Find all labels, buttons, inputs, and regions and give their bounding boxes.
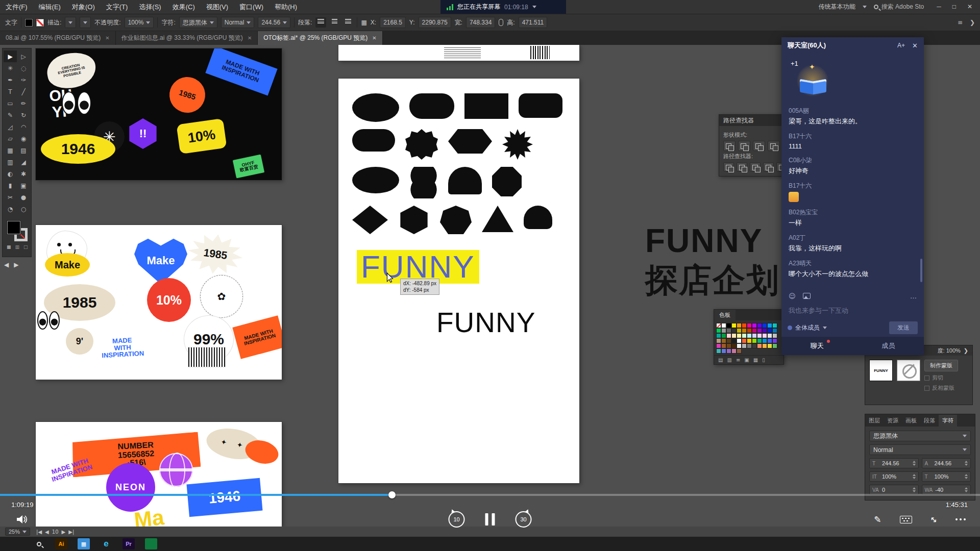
black-shape[interactable]	[398, 206, 430, 234]
swatch-libraries-icon[interactable]: ▤	[718, 357, 723, 363]
stepper[interactable]	[913, 487, 916, 492]
unite-button[interactable]	[723, 141, 736, 151]
taskbar-explorer-icon[interactable]: ▦	[78, 538, 90, 549]
lasso-tool[interactable]: ◌	[17, 62, 30, 74]
black-shape[interactable]	[405, 129, 438, 160]
minus-front-button[interactable]	[738, 141, 750, 151]
selection-tool[interactable]: ▶	[4, 51, 17, 62]
menu-item[interactable]: 效果(C)	[167, 0, 201, 14]
color-swatch[interactable]	[732, 334, 736, 338]
document-tab[interactable]: 作业贴图信息.ai @ 33.33% (RGB/GPU 预览) ✕	[116, 31, 258, 45]
sticker[interactable]: Make	[45, 253, 90, 277]
color-swatch[interactable]	[727, 339, 731, 343]
color-swatch[interactable]	[737, 339, 741, 343]
delete-swatch-icon[interactable]: ▯	[762, 357, 765, 363]
rectangle-tool[interactable]: ▭	[4, 97, 17, 109]
chevron-down-icon[interactable]	[532, 6, 536, 8]
color-swatch[interactable]	[722, 344, 726, 348]
color-swatch[interactable]	[747, 334, 751, 338]
stepper[interactable]	[965, 487, 968, 492]
trim-button[interactable]	[737, 162, 747, 171]
color-swatch[interactable]	[742, 344, 746, 348]
paintbrush-tool[interactable]: ✏	[17, 97, 30, 109]
panel-tab[interactable]: 段落	[920, 415, 939, 427]
color-swatch[interactable]	[757, 344, 762, 348]
artboard-sliver[interactable]	[338, 45, 579, 61]
taskbar-browser-icon[interactable]: e	[100, 538, 112, 549]
black-shape[interactable]	[440, 206, 472, 234]
menu-item[interactable]: 对象(O)	[66, 0, 101, 14]
swatches-tab[interactable]: 色板	[714, 310, 736, 320]
zoom-level-select[interactable]: 25%	[5, 528, 30, 536]
black-shape[interactable]	[448, 129, 492, 154]
color-swatch[interactable]	[717, 349, 721, 353]
hand-tool[interactable]: ●	[17, 191, 30, 203]
sticker[interactable]	[188, 347, 226, 367]
panel-tab[interactable]: 字符	[939, 415, 957, 427]
color-swatch[interactable]	[763, 323, 767, 328]
shape-builder-tool[interactable]: ◉	[17, 133, 30, 144]
stock-search[interactable]: 搜索 Adobe Sto	[874, 3, 924, 11]
color-swatch[interactable]	[717, 334, 721, 338]
color-swatch[interactable]	[732, 349, 736, 353]
color-swatch[interactable]	[768, 334, 772, 338]
sticker[interactable]	[200, 275, 243, 318]
color-swatch[interactable]	[722, 323, 726, 328]
x-input[interactable]: 2168.5	[380, 17, 406, 28]
perspective-grid-tool[interactable]: ▦	[4, 144, 17, 156]
panel-tab[interactable]: 图层	[865, 415, 884, 427]
chat-tab[interactable]: 成员	[878, 340, 898, 352]
artboard-stickers-light[interactable]: MakeMake1985198510%99%9'MADE WITH INSPIR…	[36, 225, 282, 380]
sticker[interactable]: 1946	[41, 134, 115, 164]
text-funny-static[interactable]: FUNNY	[436, 306, 535, 339]
sticker[interactable]: 10%	[147, 278, 191, 322]
crop-button[interactable]	[763, 162, 774, 171]
emoji-icon[interactable]: ☺	[789, 292, 796, 300]
color-swatch[interactable]	[773, 323, 777, 328]
tab-close-icon[interactable]: ✕	[372, 35, 376, 41]
black-shape[interactable]	[352, 206, 388, 234]
color-swatch[interactable]	[732, 339, 736, 343]
progress-handle[interactable]	[388, 491, 396, 498]
sticker[interactable]: MADE WITH INSPIRATION	[39, 454, 103, 486]
scale-tool[interactable]: ◿	[4, 121, 17, 133]
invert-mask-checkbox[interactable]: 反相蒙版	[924, 384, 958, 392]
canvas-heading-text[interactable]: FUNNY 探店企划	[645, 221, 780, 300]
menu-item[interactable]: 选择(S)	[133, 0, 166, 14]
color-swatch[interactable]	[763, 344, 767, 348]
menu-item[interactable]: 帮助(H)	[269, 0, 303, 14]
pen-tool[interactable]: ✒	[4, 74, 17, 86]
column-graph-tool[interactable]: ▮	[4, 180, 17, 191]
screen-share-bar[interactable]: 您正在共享屏幕 01:09:18	[440, 0, 566, 14]
panel-tab[interactable]: 资源	[884, 415, 902, 427]
link-dimensions-icon[interactable]	[499, 19, 503, 26]
magic-wand-tool[interactable]: ✳	[4, 62, 17, 74]
black-shape[interactable]	[448, 167, 482, 194]
color-swatch[interactable]	[763, 339, 767, 343]
width-input[interactable]: 748.334	[466, 17, 495, 28]
character-attribute-field[interactable]: A 244.56	[922, 458, 971, 468]
character-attribute-field[interactable]: T 244.56	[869, 458, 919, 468]
color-swatch[interactable]	[752, 323, 756, 328]
send-button[interactable]: 发送	[889, 321, 918, 334]
color-swatch[interactable]	[773, 329, 777, 333]
color-swatch[interactable]	[757, 339, 762, 343]
color-swatch[interactable]	[773, 334, 777, 338]
sticker[interactable]: Make	[134, 237, 187, 284]
panel-tab[interactable]: 画板	[902, 415, 920, 427]
font-family-select[interactable]: 思源黑体	[869, 431, 971, 441]
eyedropper-tool[interactable]: ◢	[17, 156, 30, 168]
swatch-kinds-icon[interactable]: ▥	[727, 357, 731, 363]
document-tab[interactable]: 08.ai @ 107.55% (RGB/GPU 预览) ✕	[0, 31, 116, 45]
free-transform-tool[interactable]: ▱	[4, 133, 17, 144]
keyboard-icon[interactable]	[900, 516, 912, 523]
color-swatch[interactable]	[722, 349, 726, 353]
sticker[interactable]: !!	[128, 118, 158, 149]
direct-selection-tool[interactable]: ▷	[17, 51, 30, 62]
symbol-sprayer-tool[interactable]: ✱	[17, 168, 30, 180]
font-family-select[interactable]: 思源黑体	[179, 17, 217, 28]
menu-item[interactable]: 视图(V)	[201, 0, 234, 14]
black-shape[interactable]	[524, 206, 552, 229]
opacity-readout[interactable]: 度: 100%	[938, 347, 961, 355]
type-tool[interactable]: T	[4, 86, 17, 97]
